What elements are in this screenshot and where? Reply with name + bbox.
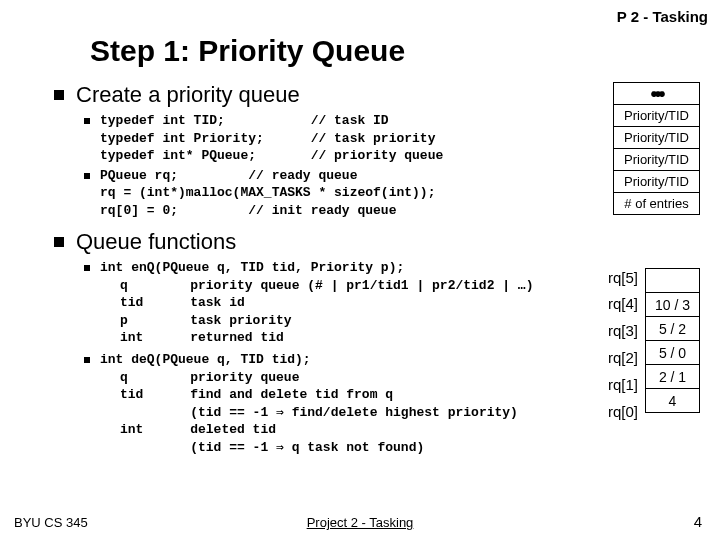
square-bullet-icon (84, 357, 90, 363)
bullet-lvl1: Create a priority queue (54, 82, 700, 108)
code-line: int deQ(PQueue q, TID tid); (100, 351, 311, 369)
bullet-lvl1: Queue functions (54, 229, 700, 255)
table-row: Priority/TID (614, 171, 700, 193)
rq-table: 10 / 3 5 / 2 5 / 0 2 / 1 4 (645, 268, 700, 413)
rq-label: rq[1] (608, 376, 638, 393)
table-row: Priority/TID (614, 149, 700, 171)
rq-label: rq[2] (608, 349, 638, 366)
section-heading: Queue functions (76, 229, 236, 255)
priority-table: ••• Priority/TID Priority/TID Priority/T… (613, 82, 700, 215)
square-bullet-icon (54, 90, 64, 100)
rq-cell: 2 / 1 (646, 365, 700, 389)
header-tag: P 2 - Tasking (617, 8, 708, 25)
rq-label: rq[3] (608, 322, 638, 339)
code-line: int enQ(PQueue q, TID tid, Priority p); (100, 259, 404, 277)
rq-cell: 4 (646, 389, 700, 413)
slide-body: ••• Priority/TID Priority/TID Priority/T… (54, 82, 700, 456)
rq-cell: 5 / 0 (646, 341, 700, 365)
square-bullet-icon (84, 118, 90, 124)
square-bullet-icon (54, 237, 64, 247)
page-number: 4 (694, 513, 702, 530)
param-row: (tid == -1 ⇒ q task not found) (120, 439, 700, 457)
rq-cell: 10 / 3 (646, 293, 700, 317)
table-row: Priority/TID (614, 127, 700, 149)
rq-label: rq[4] (608, 295, 638, 312)
table-row: Priority/TID (614, 105, 700, 127)
rq-label: rq[5] (608, 269, 638, 286)
bullet-lvl2: PQueue rq; // ready queue rq = (int*)mal… (84, 167, 700, 220)
bullet-lvl2: typedef int TID; // task ID typedef int … (84, 112, 700, 165)
table-row-dots: ••• (614, 83, 700, 105)
rq-cell (646, 269, 700, 293)
param-row: int deleted tid (120, 421, 700, 439)
rq-cell: 5 / 2 (646, 317, 700, 341)
code-block: PQueue rq; // ready queue rq = (int*)mal… (100, 167, 435, 220)
square-bullet-icon (84, 173, 90, 179)
footer-left: BYU CS 345 (14, 515, 88, 530)
slide: P 2 - Tasking Step 1: Priority Queue •••… (0, 0, 720, 540)
section-heading: Create a priority queue (76, 82, 300, 108)
slide-title: Step 1: Priority Queue (90, 34, 700, 68)
square-bullet-icon (84, 265, 90, 271)
footer-center: Project 2 - Tasking (307, 515, 414, 530)
rq-label: rq[0] (608, 403, 638, 420)
table-row: # of entries (614, 193, 700, 215)
code-block: typedef int TID; // task ID typedef int … (100, 112, 443, 165)
